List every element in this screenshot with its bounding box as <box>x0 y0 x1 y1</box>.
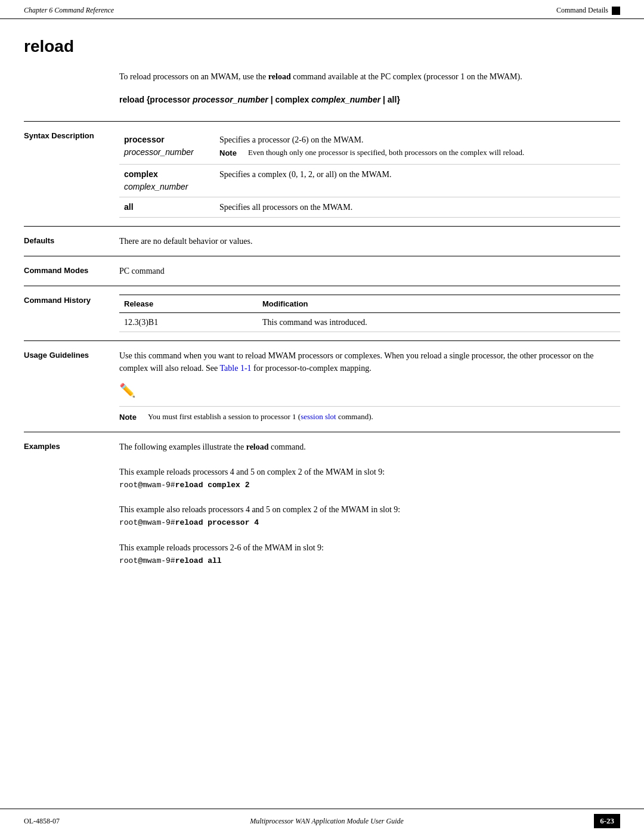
history-table: Release Modification 12.3(3)B1 This comm… <box>119 295 620 333</box>
param-desc-processor-text: Specifies a processor (2-6) on the MWAM. <box>219 134 615 146</box>
command-history-section: Command History Release Modification 12.… <box>24 286 620 341</box>
example-3-code-cmd: reload all <box>175 556 222 565</box>
history-release: 12.3(3)B1 <box>119 313 258 332</box>
example-1-desc: This example reloads processors 4 and 5 … <box>119 466 620 478</box>
syntax-processor-number: processor_number <box>193 95 268 104</box>
footer-title: Multiprocessor WAN Application Module Us… <box>60 817 594 826</box>
session-slot-link[interactable]: session slot <box>301 412 336 421</box>
table-row: complex complex_number Specifies a compl… <box>119 164 620 197</box>
usage-note: Note You must first establish a session … <box>119 406 620 423</box>
pencil-icon: ✏️ <box>119 380 135 400</box>
table-row: processor processor_number Specifies a p… <box>119 130 620 164</box>
example-3-code: root@mwam-9#reload all <box>119 554 620 567</box>
header-black-square <box>612 7 620 15</box>
command-modes-label: Command Modes <box>24 265 119 277</box>
note-label-usage: Note <box>119 411 142 423</box>
example-2-desc: This example also reloads processors 4 a… <box>119 503 620 516</box>
page-number: 6-23 <box>594 814 620 828</box>
param-cell-complex: complex complex_number <box>119 164 215 197</box>
page-header: Chapter 6 Command Reference Command Deta… <box>0 0 644 19</box>
command-syntax: reload {processor processor_number | com… <box>119 95 620 104</box>
header-right-area: Command Details <box>556 6 620 15</box>
example-1-code-cmd: reload complex 2 <box>175 481 250 490</box>
page-title: reload <box>24 37 620 56</box>
command-history-content: Release Modification 12.3(3)B1 This comm… <box>119 295 620 333</box>
syntax-complex-number: complex_number <box>311 95 380 104</box>
note-text-usage: You must first establish a session to pr… <box>148 411 373 422</box>
footer-doc-id: OL-4858-07 <box>24 817 60 826</box>
command-modes-content: PC command <box>119 265 620 277</box>
usage-guidelines-label: Usage Guidelines <box>24 349 119 423</box>
table-row: all Specifies all processors on the MWAM… <box>119 197 620 217</box>
table-row: 12.3(3)B1 This command was introduced. <box>119 313 620 332</box>
history-modification: This command was introduced. <box>258 313 620 332</box>
footer-page-number-area: 6-23 <box>594 814 620 828</box>
examples-label: Examples <box>24 441 119 567</box>
header-section: Command Details <box>556 6 608 15</box>
history-col-modification: Modification <box>258 295 620 313</box>
syntax-reload-keyword: reload <box>119 95 144 104</box>
syntax-processor-keyword: processor <box>150 95 190 104</box>
param-cell-all: all <box>119 197 215 217</box>
command-modes-section: Command Modes PC command <box>24 256 620 286</box>
param-note-processor: Note Even though only one processor is s… <box>219 146 615 160</box>
example-3-code-prefix: root@mwam-9# <box>119 556 175 565</box>
example-1-code-prefix: root@mwam-9# <box>119 481 175 490</box>
syntax-table: processor processor_number Specifies a p… <box>119 130 620 218</box>
history-col-release: Release <box>119 295 258 313</box>
syntax-all-keyword: all <box>388 95 397 104</box>
param-desc-processor: Specifies a processor (2-6) on the MWAM.… <box>215 130 620 164</box>
syntax-description-section: Syntax Description processor processor_n… <box>24 121 620 226</box>
note-text-processor: Even though only one processor is specif… <box>248 147 524 158</box>
example-2-code-cmd: reload processor 4 <box>175 518 259 527</box>
syntax-complex-keyword: complex <box>275 95 309 104</box>
defaults-content: There are no default behavior or values. <box>119 235 620 247</box>
example-1-code: root@mwam-9#reload complex 2 <box>119 478 620 491</box>
param-name-complex: complex <box>124 169 158 179</box>
defaults-section: Defaults There are no default behavior o… <box>24 226 620 256</box>
note-label: Note <box>219 147 242 159</box>
examples-reload-bold: reload <box>246 442 269 451</box>
examples-section: Examples The following examples illustra… <box>24 432 620 575</box>
table-1-1-link[interactable]: Table 1-1 <box>219 364 251 373</box>
example-2-code: root@mwam-9#reload processor 4 <box>119 516 620 529</box>
param-desc-all: Specifies all processors on the MWAM. <box>215 197 620 217</box>
param-italic-complex-number: complex_number <box>124 182 188 191</box>
defaults-label: Defaults <box>24 235 119 247</box>
examples-content: The following examples illustrate the re… <box>119 441 620 567</box>
param-desc-complex: Specifies a complex (0, 1, 2, or all) on… <box>215 164 620 197</box>
intro-bold-reload: reload <box>268 72 291 81</box>
syntax-description-content: processor processor_number Specifies a p… <box>119 130 620 218</box>
header-chapter: Chapter 6 Command Reference <box>24 6 114 15</box>
usage-guidelines-content: Use this command when you want to reload… <box>119 349 620 423</box>
examples-intro: The following examples illustrate the re… <box>119 441 620 453</box>
main-content: reload To reload processors on an MWAM, … <box>0 19 644 611</box>
usage-guidelines-section: Usage Guidelines Use this command when y… <box>24 340 620 432</box>
usage-text: Use this command when you want to reload… <box>119 349 620 374</box>
param-name-all: all <box>124 202 134 212</box>
syntax-description-label: Syntax Description <box>24 130 119 218</box>
page-footer: OL-4858-07 Multiprocessor WAN Applicatio… <box>0 809 644 833</box>
example-2-code-prefix: root@mwam-9# <box>119 518 175 527</box>
command-history-label: Command History <box>24 295 119 333</box>
history-header-row: Release Modification <box>119 295 620 313</box>
intro-paragraph: To reload processors on an MWAM, use the… <box>119 70 620 83</box>
param-cell-processor: processor processor_number <box>119 130 215 164</box>
param-name-processor: processor <box>124 135 165 144</box>
example-3-desc: This example reloads processors 2-6 of t… <box>119 541 620 554</box>
param-italic-processor-number: processor_number <box>124 147 194 157</box>
